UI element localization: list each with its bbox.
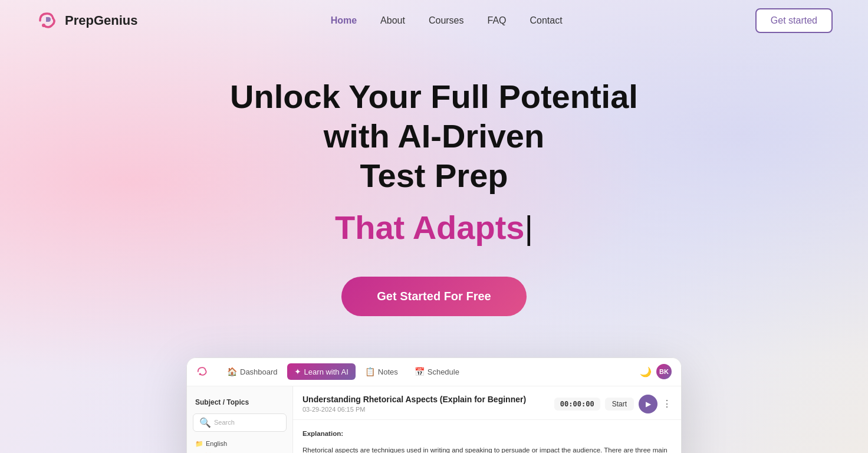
app-nav-notes[interactable]: 📋 Notes: [358, 363, 405, 380]
app-topbar-right: 🌙 BK: [640, 364, 672, 379]
sidebar-tree: 📁 English 📁 Production of Writing 📁 Topi…: [187, 438, 292, 453]
user-avatar[interactable]: BK: [656, 364, 672, 379]
app-window: 🏠 Dashboard ✦ Learn with AI 📋 Notes 📅 Sc…: [186, 357, 682, 453]
nav-home[interactable]: Home: [331, 15, 357, 26]
content-date: 03-29-2024 06:15 PM: [303, 406, 526, 413]
app-preview: 🏠 Dashboard ✦ Learn with AI 📋 Notes 📅 Sc…: [0, 357, 868, 453]
nav-faq[interactable]: FAQ: [488, 15, 507, 26]
folder-icon: 📁: [195, 440, 203, 448]
play-button[interactable]: ▶: [639, 395, 657, 413]
notes-icon: 📋: [365, 367, 375, 376]
app-sidebar: Subject / Topics 🔍 Search 📁 English 📁 Pr…: [187, 386, 293, 453]
search-placeholder: Search: [214, 419, 235, 426]
explanation-title: Explanation:: [303, 428, 672, 439]
svg-point-0: [42, 24, 45, 27]
app-nav-learn[interactable]: ✦ Learn with AI: [287, 363, 356, 380]
ai-icon: ✦: [294, 367, 301, 376]
hero-animated-line: That Adapts|: [12, 208, 856, 247]
content-body: Explanation: Rhetorical aspects are tech…: [293, 420, 681, 453]
hero-cursor: |: [524, 209, 533, 246]
nav-courses[interactable]: Courses: [429, 15, 464, 26]
moon-icon[interactable]: 🌙: [640, 366, 652, 378]
navbar: PrepGenius Home About Courses FAQ Contac…: [0, 0, 868, 41]
timer-display: 00:00:00: [554, 398, 600, 411]
nav-links: Home About Courses FAQ Contact: [331, 15, 563, 26]
app-logo: [196, 366, 213, 378]
app-nav-schedule[interactable]: 📅 Schedule: [407, 363, 466, 380]
nav-about[interactable]: About: [380, 15, 405, 26]
logo-icon: [35, 9, 59, 32]
content-para-1: Rhetorical aspects are techniques used i…: [303, 445, 672, 453]
sidebar-heading: Subject / Topics: [187, 393, 292, 411]
search-icon: 🔍: [199, 417, 211, 428]
hero-animated-text: That Adapts: [335, 209, 524, 246]
nav-contact[interactable]: Contact: [530, 15, 563, 26]
nav-cta-button[interactable]: Get started: [755, 8, 833, 33]
app-content: Understanding Rhetorical Aspects (Explai…: [293, 386, 681, 453]
more-options-button[interactable]: ⋮: [662, 398, 672, 409]
tree-label: English: [206, 440, 227, 447]
hero-section: Unlock Your Full Potential with AI-Drive…: [0, 41, 868, 346]
start-button[interactable]: Start: [605, 398, 634, 411]
app-nav-dashboard[interactable]: 🏠 Dashboard: [220, 363, 285, 380]
app-topbar: 🏠 Dashboard ✦ Learn with AI 📋 Notes 📅 Sc…: [187, 358, 681, 386]
hero-cta-button[interactable]: Get Started For Free: [341, 277, 526, 316]
tree-item-production[interactable]: 📁 Production of Writing: [192, 450, 288, 453]
content-header: Understanding Rhetorical Aspects (Explai…: [293, 386, 681, 420]
content-title: Understanding Rhetorical Aspects (Explai…: [303, 395, 526, 404]
app-main: Subject / Topics 🔍 Search 📁 English 📁 Pr…: [187, 386, 681, 453]
logo[interactable]: PrepGenius: [35, 9, 137, 32]
schedule-icon: 📅: [415, 367, 425, 376]
logo-text: PrepGenius: [65, 13, 137, 28]
hero-title: Unlock Your Full Potential with AI-Drive…: [198, 77, 670, 196]
dashboard-icon: 🏠: [227, 367, 237, 376]
tree-item-english[interactable]: 📁 English: [192, 438, 288, 450]
svg-point-1: [199, 373, 202, 376]
sidebar-search[interactable]: 🔍 Search: [193, 413, 287, 432]
